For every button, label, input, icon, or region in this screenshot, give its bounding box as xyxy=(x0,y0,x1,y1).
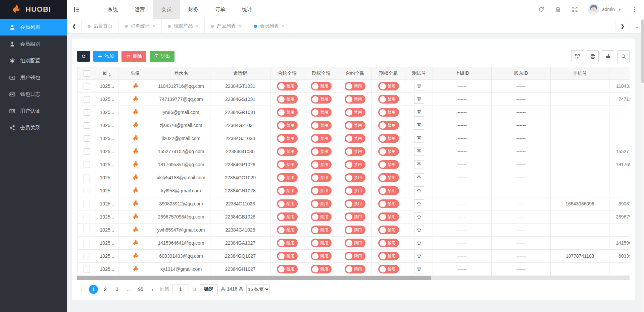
contract-lose-toggle[interactable]: 禁用 xyxy=(277,186,298,195)
contract-win-toggle[interactable]: 禁用 xyxy=(345,82,365,90)
sidebar-item-group-config[interactable]: 组别配置 xyxy=(0,52,67,69)
contract-win-toggle[interactable]: 禁用 xyxy=(345,226,365,234)
more-menu-icon[interactable]: ⋮ xyxy=(632,6,637,13)
test-account-button[interactable]: 否 xyxy=(414,252,424,260)
test-account-button[interactable]: 否 xyxy=(414,226,424,234)
page-3[interactable]: 3 xyxy=(113,285,121,294)
row-checkbox[interactable] xyxy=(84,122,90,129)
tabs-scroll-right-icon[interactable]: ❯ xyxy=(615,19,630,33)
contract-lose-toggle[interactable]: 禁用 xyxy=(277,239,298,247)
option-lose-toggle[interactable]: 禁用 xyxy=(311,160,332,169)
sidebar-item-member-relation[interactable]: 会员关系 xyxy=(0,119,67,136)
contract-win-toggle[interactable]: 禁用 xyxy=(345,147,365,156)
contract-win-toggle[interactable]: 禁用 xyxy=(345,239,365,247)
search-icon[interactable] xyxy=(617,50,630,62)
tabs-scroll-left-icon[interactable]: ❮ xyxy=(67,19,82,33)
user-menu[interactable]: admin ▼ xyxy=(588,4,622,15)
option-lose-toggle[interactable]: 禁用 xyxy=(311,147,332,156)
option-win-toggle[interactable]: 禁用 xyxy=(378,160,399,169)
option-lose-toggle[interactable]: 禁用 xyxy=(311,226,332,234)
row-checkbox[interactable] xyxy=(84,240,90,246)
row-checkbox[interactable] xyxy=(84,96,90,103)
test-account-button[interactable]: 否 xyxy=(414,147,424,156)
contract-lose-toggle[interactable]: 禁用 xyxy=(277,108,298,117)
sidebar-item-user-wallet[interactable]: 用户钱包 xyxy=(0,69,67,86)
print-icon[interactable] xyxy=(587,50,599,62)
row-checkbox[interactable] xyxy=(84,266,90,272)
row-checkbox[interactable] xyxy=(84,201,90,207)
row-checkbox[interactable] xyxy=(84,188,90,194)
option-lose-toggle[interactable]: 禁用 xyxy=(311,239,332,247)
option-win-toggle[interactable]: 禁用 xyxy=(378,173,399,182)
contract-lose-toggle[interactable]: 禁用 xyxy=(277,95,298,104)
row-checkbox[interactable] xyxy=(84,148,90,155)
option-win-toggle[interactable]: 禁用 xyxy=(378,95,399,104)
contract-win-toggle[interactable]: 禁用 xyxy=(345,186,365,195)
contract-lose-toggle[interactable]: 禁用 xyxy=(277,226,298,234)
test-account-button[interactable]: 否 xyxy=(414,134,424,143)
sidebar-item-user-auth[interactable]: 用户认证 xyxy=(0,103,67,119)
contract-win-toggle[interactable]: 禁用 xyxy=(345,199,365,208)
contract-win-toggle[interactable]: 禁用 xyxy=(345,134,365,143)
tab-product-list[interactable]: 产品列表 × xyxy=(205,19,248,33)
option-win-toggle[interactable]: 禁用 xyxy=(378,82,399,90)
nav-item-finance[interactable]: 财务 xyxy=(180,0,207,19)
nav-item-member[interactable]: 会员 xyxy=(153,0,180,19)
option-win-toggle[interactable]: 禁用 xyxy=(378,186,399,195)
header-id[interactable]: id xyxy=(96,67,118,80)
next-page-icon[interactable]: › xyxy=(148,285,157,294)
contract-win-toggle[interactable]: 禁用 xyxy=(345,108,365,117)
contract-win-toggle[interactable]: 禁用 xyxy=(345,121,365,130)
tab-member-list[interactable]: 会员列表 × xyxy=(248,19,291,33)
option-lose-toggle[interactable]: 禁用 xyxy=(311,82,332,90)
select-all-checkbox[interactable] xyxy=(84,70,90,77)
nav-item-order[interactable]: 订单 xyxy=(207,0,234,19)
add-button[interactable]: 添加 xyxy=(93,51,118,62)
contract-lose-toggle[interactable]: 禁用 xyxy=(277,265,298,273)
option-lose-toggle[interactable]: 禁用 xyxy=(311,265,332,273)
jump-page-input[interactable] xyxy=(172,284,189,294)
tab-order-stats[interactable]: 订单统计 × xyxy=(119,19,162,33)
row-checkbox[interactable] xyxy=(84,175,90,181)
row-checkbox[interactable] xyxy=(84,227,90,233)
tab-close-icon[interactable]: × xyxy=(153,23,155,29)
option-lose-toggle[interactable]: 禁用 xyxy=(311,95,332,104)
test-account-button[interactable]: 否 xyxy=(414,108,424,117)
option-win-toggle[interactable]: 禁用 xyxy=(378,212,399,221)
refresh-table-button[interactable] xyxy=(77,51,90,62)
tab-close-icon[interactable]: × xyxy=(239,23,241,29)
test-account-button[interactable]: 否 xyxy=(414,121,424,130)
contract-win-toggle[interactable]: 禁用 xyxy=(345,160,365,169)
option-win-toggle[interactable]: 禁用 xyxy=(378,265,399,273)
clear-cache-trash-icon[interactable] xyxy=(555,6,561,13)
test-account-button[interactable]: 否 xyxy=(414,95,424,104)
sort-icon[interactable] xyxy=(108,73,111,77)
page-size-select[interactable]: 15 条/页 xyxy=(246,285,270,294)
test-account-button[interactable]: 否 xyxy=(414,173,424,182)
option-win-toggle[interactable]: 禁用 xyxy=(378,226,399,234)
horizontal-scrollbar-thumb[interactable] xyxy=(77,276,431,280)
horizontal-scrollbar[interactable] xyxy=(77,276,630,280)
option-win-toggle[interactable]: 禁用 xyxy=(378,108,399,117)
export-data-icon[interactable] xyxy=(602,50,614,62)
row-checkbox[interactable] xyxy=(84,253,90,259)
option-lose-toggle[interactable]: 禁用 xyxy=(311,108,332,117)
contract-win-toggle[interactable]: 禁用 xyxy=(345,173,365,182)
test-account-button[interactable]: 否 xyxy=(414,239,424,247)
test-account-button[interactable]: 否 xyxy=(414,186,424,195)
row-checkbox[interactable] xyxy=(84,83,90,89)
contract-win-toggle[interactable]: 禁用 xyxy=(345,95,365,104)
page-1-current[interactable]: 1 xyxy=(89,285,98,294)
fullscreen-icon[interactable] xyxy=(572,6,578,13)
option-win-toggle[interactable]: 禁用 xyxy=(378,239,399,247)
tab-finance-products[interactable]: 理财产品 × xyxy=(162,19,205,33)
test-account-button[interactable]: 否 xyxy=(414,212,424,221)
delete-button[interactable]: 删除 xyxy=(121,51,146,62)
contract-lose-toggle[interactable]: 禁用 xyxy=(277,82,298,90)
row-checkbox[interactable] xyxy=(84,162,90,168)
tab-close-icon[interactable]: × xyxy=(196,23,198,29)
columns-filter-icon[interactable] xyxy=(571,50,583,62)
option-lose-toggle[interactable]: 禁用 xyxy=(311,121,332,130)
contract-lose-toggle[interactable]: 禁用 xyxy=(277,134,298,143)
test-account-button[interactable]: 否 xyxy=(414,82,424,90)
